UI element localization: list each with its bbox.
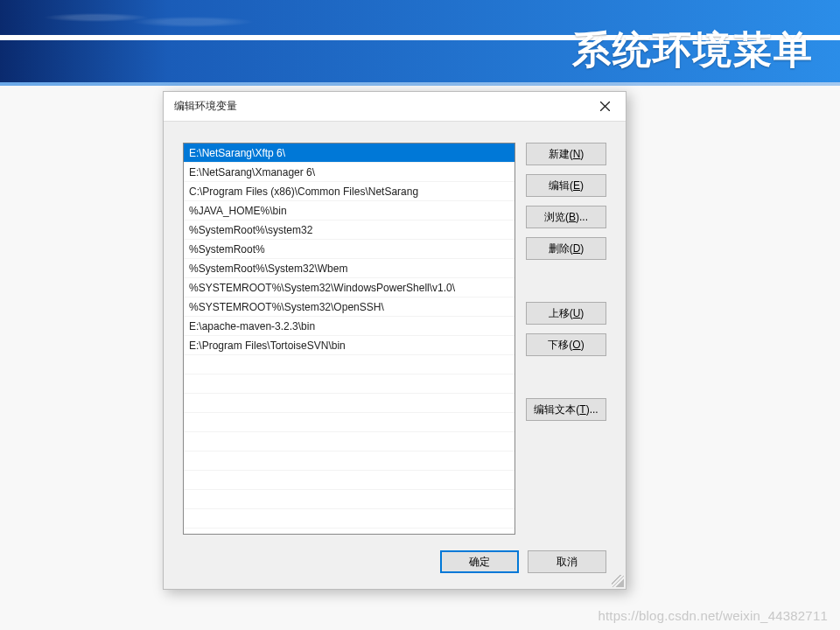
ok-button[interactable]: 确定 bbox=[440, 550, 519, 573]
edit-env-var-dialog: 编辑环境变量 E:\NetSarang\Xftp 6\E:\NetSarang\… bbox=[163, 91, 626, 590]
list-item[interactable]: E:\NetSarang\Xftp 6\ bbox=[184, 144, 514, 163]
list-item[interactable]: %SystemRoot% bbox=[184, 240, 514, 259]
list-item[interactable]: %JAVA_HOME%\bin bbox=[184, 201, 514, 220]
dialog-footer: 确定 取消 bbox=[440, 550, 606, 573]
list-item-empty[interactable] bbox=[184, 490, 514, 509]
close-button[interactable] bbox=[591, 94, 619, 119]
list-item[interactable]: C:\Program Files (x86)\Common Files\NetS… bbox=[184, 182, 514, 201]
list-item[interactable]: E:\NetSarang\Xmanager 6\ bbox=[184, 163, 514, 182]
side-buttons: 新建(N) 编辑(E) 浏览(B)... 删除(D) 上移(U) 下移(O) 编… bbox=[526, 143, 606, 535]
list-item[interactable]: E:\apache-maven-3.2.3\bin bbox=[184, 317, 514, 336]
list-item-empty[interactable] bbox=[184, 471, 514, 490]
path-listbox[interactable]: E:\NetSarang\Xftp 6\E:\NetSarang\Xmanage… bbox=[183, 143, 515, 535]
browse-button[interactable]: 浏览(B)... bbox=[526, 206, 606, 228]
move-down-button[interactable]: 下移(O) bbox=[526, 333, 606, 356]
move-up-button[interactable]: 上移(U) bbox=[526, 302, 606, 325]
close-icon bbox=[600, 102, 610, 111]
delete-button[interactable]: 删除(D) bbox=[526, 237, 606, 260]
slide-title: 系统环境菜单 bbox=[572, 24, 814, 76]
slide-banner: 系统环境菜单 bbox=[0, 0, 840, 86]
resize-grip-icon[interactable] bbox=[612, 575, 624, 587]
edit-text-button[interactable]: 编辑文本(T)... bbox=[526, 398, 606, 421]
dialog-title: 编辑环境变量 bbox=[174, 99, 237, 114]
cancel-button[interactable]: 取消 bbox=[528, 550, 606, 573]
list-item[interactable]: %SystemRoot%\System32\Wbem bbox=[184, 259, 514, 278]
new-button[interactable]: 新建(N) bbox=[526, 143, 606, 165]
edit-button[interactable]: 编辑(E) bbox=[526, 174, 606, 197]
watermark-text: https://blog.csdn.net/weixin_44382711 bbox=[598, 608, 828, 623]
list-item[interactable]: %SYSTEMROOT%\System32\WindowsPowerShell\… bbox=[184, 278, 514, 298]
list-item[interactable]: E:\Program Files\TortoiseSVN\bin bbox=[184, 336, 514, 355]
list-item-empty[interactable] bbox=[184, 509, 514, 528]
list-item-empty[interactable] bbox=[184, 374, 514, 394]
list-item-empty[interactable] bbox=[184, 452, 514, 471]
list-item-empty[interactable] bbox=[184, 413, 514, 432]
dialog-content: E:\NetSarang\Xftp 6\E:\NetSarang\Xmanage… bbox=[164, 122, 626, 589]
list-item-empty[interactable] bbox=[184, 394, 514, 413]
dialog-titlebar[interactable]: 编辑环境变量 bbox=[164, 92, 626, 122]
list-item-empty[interactable] bbox=[184, 432, 514, 452]
list-item[interactable]: %SYSTEMROOT%\System32\OpenSSH\ bbox=[184, 298, 514, 317]
list-item-empty[interactable] bbox=[184, 355, 514, 374]
list-item[interactable]: %SystemRoot%\system32 bbox=[184, 220, 514, 240]
banner-stripe-bottom bbox=[0, 82, 840, 86]
